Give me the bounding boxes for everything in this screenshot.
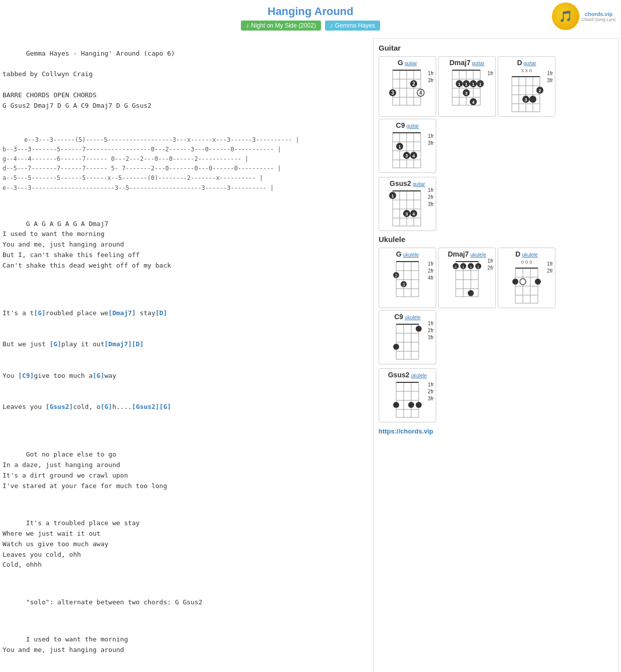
chord-D[interactable]: [D]	[155, 309, 167, 317]
svg-text:1: 1	[462, 265, 465, 269]
Dmaj7-uke-fretboard: 1 1 1 1	[451, 259, 483, 299]
svg-text:4: 4	[419, 90, 422, 96]
logo-subtitle: Chord Song Lyric	[581, 17, 616, 22]
solo-note: "solo": alternate between two chords: G …	[3, 587, 368, 618]
person-icon: ♪	[330, 22, 333, 29]
logo: 🎵 chords.vip Chord Song Lyric	[552, 3, 616, 30]
Gsus2-uke-fretboard	[391, 380, 424, 420]
C9-uke-fretboard	[391, 322, 424, 362]
logo-title: chords.vip	[581, 11, 616, 17]
artist-badge[interactable]: ♪ Gemma Hayes	[325, 21, 380, 31]
chord-Dmaj7-ukulele: Dmaj7 ukulele 1	[438, 248, 496, 308]
page-title: Hanging Around	[0, 5, 621, 18]
site-url[interactable]: https://chords.vip	[379, 427, 613, 435]
chord-G5[interactable]: [G]	[159, 403, 171, 410]
chord-D2[interactable]: [D]	[132, 340, 143, 348]
D-guitar-fretboard: 2 3	[507, 74, 547, 114]
chord-Dmaj7[interactable]: [Dmaj7]	[108, 309, 136, 317]
svg-text:3: 3	[391, 90, 394, 96]
music-icon: ♪	[246, 22, 249, 29]
svg-text:1: 1	[391, 193, 394, 198]
svg-text:1: 1	[398, 144, 401, 149]
svg-point-127	[535, 279, 541, 285]
svg-point-137	[416, 326, 422, 332]
tab-lines: e--3---3------(5)-----5-----------------…	[3, 125, 368, 202]
D-uke-fretboard	[510, 266, 543, 306]
chord-C9-guitar: C9 guitar 1	[379, 119, 436, 173]
svg-text:2: 2	[538, 88, 541, 93]
svg-point-150	[416, 402, 422, 408]
svg-text:2: 2	[395, 273, 397, 278]
chord-G-guitar: G guitar	[379, 56, 436, 117]
chord-Gsus22[interactable]: [Gsus2]	[132, 403, 159, 410]
svg-text:2: 2	[412, 81, 415, 87]
svg-text:1: 1	[479, 82, 481, 87]
ukulele-title: Ukulele	[379, 235, 613, 244]
svg-point-148	[393, 402, 399, 408]
ukulele-chord-row-1: G ukulele 2 3	[379, 248, 613, 364]
guitar-chord-row-1: G guitar	[379, 56, 613, 173]
album-badge[interactable]: ♪ Night on My Side (2002)	[241, 21, 321, 31]
svg-text:4: 4	[412, 211, 415, 216]
guitar-chord-row-2: Gsus2 guitar 1	[379, 177, 613, 231]
chord-Dmaj72[interactable]: [Dmaj7]	[105, 340, 132, 348]
main-layout: Gemma Hayes - Hanging' Around (capo 6) t…	[0, 33, 621, 672]
verse2-line4: Leaves you [Gsus2]cold, o[G]h....[Gsus2]…	[3, 402, 368, 412]
chord-C9[interactable]: [C9]	[18, 372, 34, 379]
chord-G2[interactable]: [G]	[50, 340, 61, 348]
page-header: Hanging Around ♪ Night on My Side (2002)…	[0, 0, 621, 33]
right-panel: Guitar G guitar	[373, 38, 618, 672]
svg-point-125	[512, 279, 518, 285]
chord-Gsus2-ukulele: Gsus2 ukulele 1fr	[379, 368, 436, 422]
Gsus2-guitar-fretboard: 1 3 4	[388, 188, 428, 229]
svg-text:3: 3	[465, 91, 467, 96]
svg-text:4: 4	[412, 153, 415, 158]
svg-text:1: 1	[477, 265, 480, 269]
chord-G-ukulele: G ukulele 2 3	[379, 248, 436, 308]
svg-text:1: 1	[470, 265, 472, 269]
svg-text:1: 1	[472, 82, 474, 87]
C9-guitar-fretboard: 1 3 4	[388, 130, 428, 170]
verse5: I used to want the morning You and me, j…	[3, 624, 368, 665]
verse2-line3: You [C9]give too much a[G]way	[3, 371, 368, 381]
chord-Dmaj7-guitar: Dmaj7 guitar	[438, 56, 496, 117]
badge-row: ♪ Night on My Side (2002) ♪ Gemma Hayes	[0, 21, 621, 31]
svg-text:3: 3	[405, 211, 408, 216]
svg-point-138	[393, 344, 399, 350]
svg-text:1: 1	[465, 82, 467, 87]
logo-icon: 🎵	[552, 3, 579, 30]
svg-text:3: 3	[402, 282, 405, 287]
guitar-title: Guitar	[379, 44, 613, 52]
svg-text:1: 1	[455, 265, 457, 269]
svg-text:1: 1	[458, 82, 460, 87]
svg-point-52	[529, 96, 536, 103]
svg-text:3: 3	[524, 97, 527, 102]
svg-text:4: 4	[472, 100, 474, 105]
chord-Gsus2-guitar: Gsus2 guitar 1	[379, 177, 436, 231]
ukulele-chord-row-2: Gsus2 ukulele 1fr	[379, 368, 613, 422]
verse2-line1: It's a t[G]roubled place we[Dmaj7] stay[…	[3, 308, 368, 319]
left-panel: Gemma Hayes - Hanging' Around (capo 6) t…	[3, 38, 373, 672]
chord-D-ukulele: D ukulele o o o	[498, 248, 555, 308]
chord-G[interactable]: [G]	[34, 309, 46, 317]
verse2-line2: But we just [G]play it out[Dmaj7][D]	[3, 339, 368, 350]
svg-point-149	[408, 402, 414, 408]
chord-D-guitar: D guitar x x o 2	[498, 56, 555, 117]
chord-C9-ukulele: C9 ukulele 1fr 2fr	[379, 310, 436, 364]
verse3: Got no place else to go In a daze, just …	[3, 439, 368, 502]
G-uke-fretboard: 2 3	[391, 259, 424, 299]
svg-text:3: 3	[405, 153, 408, 158]
chord-G4[interactable]: [G]	[101, 403, 112, 410]
svg-point-126	[520, 279, 526, 285]
intro-text: Gemma Hayes - Hanging' Around (capo 6) t…	[3, 38, 368, 121]
svg-point-115	[468, 290, 474, 296]
verse2: It's a t[G]roubled place we[Dmaj7] stay[…	[3, 287, 368, 433]
G-guitar-fretboard: 2 3 4	[388, 68, 428, 108]
chord-Gsus2[interactable]: [Gsus2]	[46, 403, 73, 410]
chord-G3[interactable]: [G]	[93, 372, 104, 379]
verse1: G A G A G A G A Dmaj7 I used to want the…	[3, 208, 368, 282]
Dmaj7-guitar-fretboard: 1 1 1 1 3 4	[447, 68, 487, 108]
verse4: It's a troubled place we stay Where we j…	[3, 508, 368, 581]
